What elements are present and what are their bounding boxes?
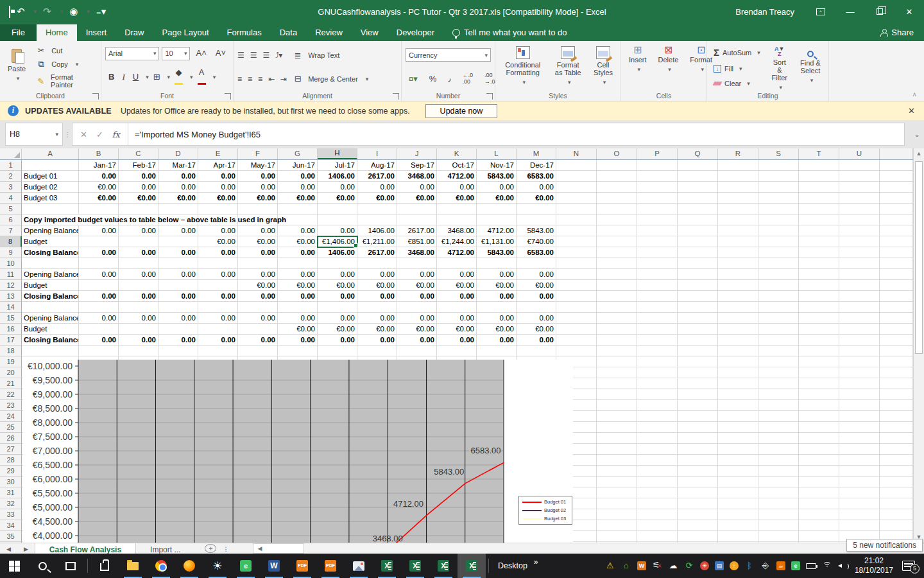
cell-L18[interactable]: [477, 346, 517, 356]
row-header-12[interactable]: 12: [0, 280, 22, 291]
row-header-16[interactable]: 16: [0, 324, 22, 335]
word-tray-icon[interactable]: W: [637, 561, 646, 570]
cell-T17[interactable]: [799, 335, 839, 346]
cell-S30[interactable]: [758, 477, 799, 487]
cell-C4[interactable]: €0.00: [119, 193, 158, 204]
cell-Q12[interactable]: [678, 280, 718, 291]
cell-I16[interactable]: €0.00: [357, 324, 397, 335]
onedrive-cloud-icon[interactable]: ☁: [668, 561, 678, 571]
cell-A12[interactable]: Budget: [22, 280, 79, 291]
cell-Q20[interactable]: [678, 367, 718, 378]
cell-D5[interactable]: [158, 204, 198, 215]
cell-L8[interactable]: €1,131.00: [477, 236, 517, 247]
cell-U4[interactable]: [839, 193, 880, 204]
cell-J8[interactable]: €851.00: [397, 236, 437, 247]
cell-T19[interactable]: [799, 356, 839, 367]
cell-U23[interactable]: [839, 400, 880, 411]
cell-M13[interactable]: 0.00: [517, 291, 556, 302]
column-header-S[interactable]: S: [758, 148, 799, 159]
format-as-table-button[interactable]: Format as Table▾: [550, 44, 586, 91]
row-header-13[interactable]: 13: [0, 291, 22, 302]
cell-R35[interactable]: [718, 531, 758, 542]
cell-L2[interactable]: 5843.00: [477, 171, 517, 182]
cell-N15[interactable]: [556, 313, 597, 324]
cell-partial-27[interactable]: [880, 444, 913, 455]
cell-B3[interactable]: €0.00: [79, 182, 119, 193]
cell-M6[interactable]: [517, 215, 556, 225]
cell-T22[interactable]: [799, 389, 839, 400]
cell-N8[interactable]: [556, 236, 597, 247]
cell-F18[interactable]: [238, 346, 278, 356]
cell-K9[interactable]: 4712.00: [437, 247, 477, 258]
cell-R33[interactable]: [718, 509, 758, 520]
cell-A7[interactable]: Opening Balance: [22, 225, 79, 236]
cell-N16[interactable]: [556, 324, 597, 335]
cell-F2[interactable]: 0.00: [238, 171, 278, 182]
cell-K16[interactable]: €0.00: [437, 324, 477, 335]
cell-M1[interactable]: Dec-17: [517, 160, 556, 171]
cell-O11[interactable]: [597, 269, 637, 280]
row-header-21[interactable]: 21: [0, 378, 22, 389]
cell-O21[interactable]: [597, 378, 637, 389]
cell-S8[interactable]: [758, 236, 799, 247]
cell-U2[interactable]: [839, 171, 880, 182]
column-header-Q[interactable]: Q: [678, 148, 718, 159]
cell-T35[interactable]: [799, 531, 839, 542]
cell-Q35[interactable]: [678, 531, 718, 542]
cell-P19[interactable]: [637, 356, 678, 367]
cell-S4[interactable]: [758, 193, 799, 204]
cell-O9[interactable]: [597, 247, 637, 258]
cell-C9[interactable]: 0.00: [119, 247, 158, 258]
row-header-24[interactable]: 24: [0, 411, 22, 422]
cell-I8[interactable]: €1,211.00: [357, 236, 397, 247]
cell-D1[interactable]: Mar-17: [158, 160, 198, 171]
cell-Q15[interactable]: [678, 313, 718, 324]
cell-G8[interactable]: €0.00: [278, 236, 318, 247]
cell-C12[interactable]: [119, 280, 158, 291]
cell-S33[interactable]: [758, 509, 799, 520]
cell-M4[interactable]: €0.00: [517, 193, 556, 204]
cell-T2[interactable]: [799, 171, 839, 182]
column-header-C[interactable]: C: [119, 148, 158, 159]
sort-filter-button[interactable]: A▼ZSort & Filter▾: [767, 44, 792, 94]
cell-O18[interactable]: [597, 346, 637, 356]
cell-G2[interactable]: 0.00: [278, 171, 318, 182]
cell-E3[interactable]: 0.00: [198, 182, 238, 193]
cell-B8[interactable]: [79, 236, 119, 247]
format-painter-button[interactable]: ✎Format Painter: [33, 72, 97, 90]
usb-tray-icon[interactable]: ⎆: [760, 561, 771, 571]
cell-A15[interactable]: Opening Balance: [22, 313, 79, 324]
firefox-app[interactable]: [175, 554, 203, 578]
cell-B14[interactable]: [79, 302, 119, 313]
cell-S13[interactable]: [758, 291, 799, 302]
cell-S35[interactable]: [758, 531, 799, 542]
cell-I6[interactable]: [357, 215, 397, 225]
cell-O10[interactable]: [597, 258, 637, 269]
start-button[interactable]: [0, 554, 28, 578]
column-header-N[interactable]: N: [556, 148, 597, 159]
cell-partial-9[interactable]: [880, 247, 913, 258]
cell-C13[interactable]: 0.00: [119, 291, 158, 302]
cell-C1[interactable]: Feb-17: [119, 160, 158, 171]
cell-I4[interactable]: €0.00: [357, 193, 397, 204]
cell-A5[interactable]: [22, 204, 79, 215]
column-header-D[interactable]: D: [158, 148, 198, 159]
cell-U14[interactable]: [839, 302, 880, 313]
cell-A10[interactable]: [22, 258, 79, 269]
cell-K13[interactable]: 0.00: [437, 291, 477, 302]
cell-P23[interactable]: [637, 400, 678, 411]
cell-O16[interactable]: [597, 324, 637, 335]
cell-E12[interactable]: [198, 280, 238, 291]
column-header-I[interactable]: I: [357, 148, 397, 159]
cell-B9[interactable]: 0.00: [79, 247, 119, 258]
cell-K11[interactable]: 0.00: [437, 269, 477, 280]
cell-H15[interactable]: 0.00: [318, 313, 357, 324]
cell-P12[interactable]: [637, 280, 678, 291]
vertical-scrollbar[interactable]: ▲ ▼: [913, 148, 924, 543]
cell-U32[interactable]: [839, 498, 880, 509]
cell-B12[interactable]: [79, 280, 119, 291]
cell-O15[interactable]: [597, 313, 637, 324]
cell-P3[interactable]: [637, 182, 678, 193]
cell-partial-20[interactable]: [880, 367, 913, 378]
cell-M15[interactable]: 0.00: [517, 313, 556, 324]
